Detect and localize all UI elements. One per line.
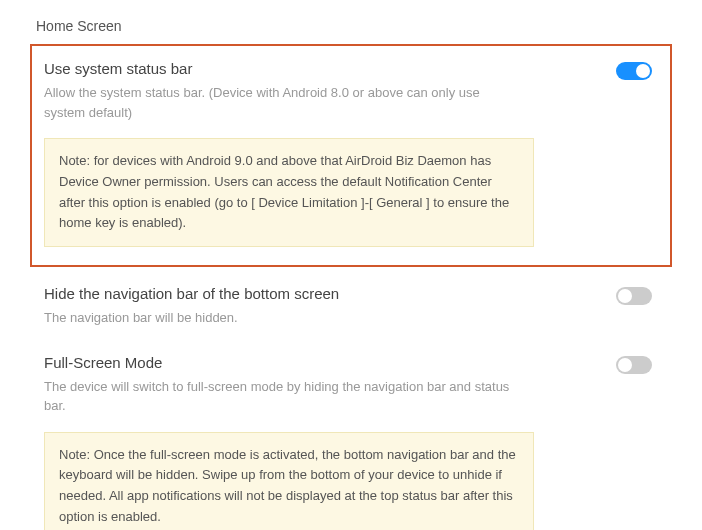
setting-description-fullscreen: The device will switch to full-screen mo… [44,377,524,416]
toggle-knob [618,289,632,303]
setting-title-nav-bar: Hide the navigation bar of the bottom sc… [44,285,524,302]
setting-title-fullscreen: Full-Screen Mode [44,354,524,371]
section-header: Home Screen [36,18,672,34]
setting-section-nav-bar: Hide the navigation bar of the bottom sc… [30,285,672,328]
setting-section-fullscreen: Full-Screen Mode The device will switch … [30,354,672,530]
setting-title-status-bar: Use system status bar [44,60,524,77]
toggle-knob [636,64,650,78]
setting-description-status-bar: Allow the system status bar. (Device wit… [44,83,524,122]
note-fullscreen: Note: Once the full-screen mode is activ… [44,432,534,530]
highlighted-setting-section: Use system status bar Allow the system s… [30,44,672,267]
toggle-status-bar[interactable] [616,62,652,80]
setting-description-nav-bar: The navigation bar will be hidden. [44,308,524,328]
toggle-knob [618,358,632,372]
toggle-fullscreen[interactable] [616,356,652,374]
note-status-bar: Note: for devices with Android 9.0 and a… [44,138,534,247]
toggle-nav-bar[interactable] [616,287,652,305]
